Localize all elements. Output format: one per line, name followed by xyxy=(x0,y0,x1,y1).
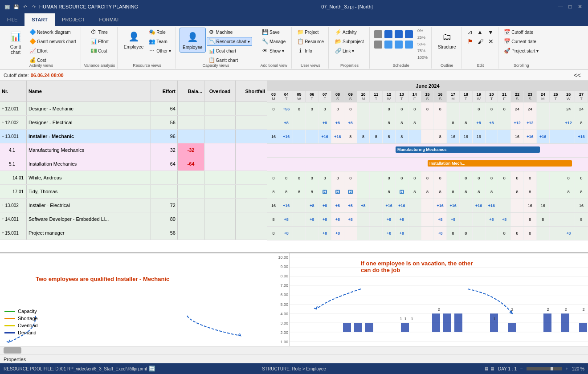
expand-icon[interactable]: + xyxy=(2,106,4,111)
effort-button[interactable]: 📈 Effort xyxy=(28,46,78,55)
additional-label: Additional view xyxy=(256,63,291,68)
refresh-icon[interactable]: 🔄 xyxy=(149,366,155,372)
scroll-thumb[interactable] xyxy=(4,347,21,354)
sort-down-button[interactable]: ▼ xyxy=(486,28,495,37)
gantt-cell: 8 xyxy=(267,227,280,240)
maximize-button[interactable]: □ xyxy=(566,2,575,11)
subproject-button[interactable]: 📂 Subproject xyxy=(333,37,366,46)
cutoff-date-scroll-button[interactable]: 📅 Cutoff date xyxy=(502,28,540,37)
gantt-date-cell: 27T xyxy=(575,91,588,102)
save-view-button[interactable]: 💾 Save xyxy=(260,28,287,37)
zoom-out-button[interactable]: − xyxy=(520,366,523,371)
tab-project[interactable]: PROJECT xyxy=(55,13,92,26)
machine-button[interactable]: ⚙ Machine xyxy=(207,28,253,37)
resource-chart-button[interactable]: 📉 Resource chart ▾ xyxy=(207,37,253,46)
table-row[interactable]: −13.001 Installer - Mechanic 96 xyxy=(0,130,267,143)
structure-label: STRUCTURE: Role > Employee xyxy=(262,366,326,371)
gantt-network-button[interactable]: 🔶 Gantt-network chart xyxy=(28,37,78,46)
show-button[interactable]: 👁 Show ▾ xyxy=(260,46,287,55)
redo-icon[interactable]: ↷ xyxy=(30,3,37,10)
gantt-date-cell: 15S xyxy=(421,91,434,102)
clear-button[interactable]: ✕ xyxy=(486,37,495,46)
employee-resource-button[interactable]: 👤 Employee xyxy=(121,28,146,52)
gantt-cell: 8 xyxy=(408,102,421,116)
table-row[interactable]: 4.1 Manufacturing Mechanics 32 -32 xyxy=(0,143,267,157)
scroll-area[interactable] xyxy=(0,346,588,354)
row-nr: 4.1 xyxy=(0,143,27,157)
employee-capacity-button[interactable]: 👤 Employee xyxy=(180,28,205,53)
filter-button[interactable]: ⊿ xyxy=(466,28,474,37)
team-button[interactable]: 👥 Team xyxy=(147,37,173,46)
gantt-cell: +8 xyxy=(344,116,357,130)
flag-button[interactable]: ⚑ xyxy=(466,37,475,46)
gantt-cell: +16 xyxy=(447,199,460,212)
info-button[interactable]: ℹ Info xyxy=(295,46,326,55)
edit-col: ⊿ ▲ ▼ ⚑ 🖌 ✕ xyxy=(466,28,496,46)
col-header-name: Name xyxy=(27,81,151,102)
row-effort: 64 xyxy=(151,157,178,171)
table-row[interactable]: +13.002 Installer - Electrical 72 xyxy=(0,199,267,212)
nav-back-button[interactable]: << xyxy=(574,72,581,79)
row-name: Installer - Electrical xyxy=(27,199,151,212)
link-button[interactable]: 🔗 Link ▾ xyxy=(333,46,366,55)
tab-format[interactable]: FORMAT xyxy=(92,13,127,26)
gantt-cell xyxy=(537,171,550,185)
table-row[interactable]: +12.001 Designer - Mechanic 64 xyxy=(0,102,267,116)
gantt-cell: 8 xyxy=(408,185,421,199)
network-diagram-button[interactable]: 🔷 Network diagram xyxy=(28,28,78,37)
legend-label-capacity: Capacity xyxy=(18,309,37,314)
expand-icon[interactable]: − xyxy=(2,134,4,138)
activity-prop-button[interactable]: ⚡ Activity xyxy=(333,28,366,37)
role-button[interactable]: 🎭 Role xyxy=(147,28,173,37)
minimize-button[interactable]: — xyxy=(556,2,565,11)
table-row[interactable]: 5.1 Installation Mechanics 64 -64 xyxy=(0,157,267,171)
gantt-cell: 8 xyxy=(344,102,357,116)
table-row[interactable]: 14.01 White, Andreas xyxy=(0,171,267,185)
table-row[interactable]: +12.002 Designer - Electrical 56 xyxy=(0,116,267,130)
variance-effort-button[interactable]: 📊 Effort xyxy=(89,37,110,46)
gantt-cell: +8 xyxy=(306,199,318,212)
expand-icon[interactable]: + xyxy=(2,217,4,221)
expand-icon[interactable]: + xyxy=(2,203,4,207)
gantt-cell: +16 xyxy=(331,130,344,143)
tab-file[interactable]: FILE xyxy=(0,13,24,26)
gantt-cell: 8 xyxy=(447,185,460,199)
cost-chart-button[interactable]: 📊 Cost chart xyxy=(207,46,253,55)
gantt-cell: 8 xyxy=(383,116,396,130)
zoom-in-button[interactable]: + xyxy=(566,366,568,371)
expand-icon[interactable]: + xyxy=(2,120,4,125)
table-row[interactable]: +14.001 Software Developer - Embedded Li… xyxy=(0,212,267,226)
structure-button[interactable]: 🗂 Structure xyxy=(435,28,459,52)
undo-icon[interactable]: ↶ xyxy=(21,3,29,10)
gantt-cell xyxy=(537,116,550,130)
quick-save-icon[interactable]: 💾 xyxy=(12,3,20,10)
gantt-body: 8+56888888888888824242424+8+8+8+888888+8… xyxy=(267,102,588,252)
gantt-date-cell: 04T xyxy=(280,91,293,102)
table-row[interactable]: +15.001 Project manager 56 xyxy=(0,226,267,240)
other-button[interactable]: ⋯ Other ▾ xyxy=(147,46,173,55)
table-row[interactable]: 17.01 Tidy, Thomas xyxy=(0,185,267,199)
project-button[interactable]: 📁 Project xyxy=(295,28,326,37)
variance-time-button[interactable]: ⏱ Time xyxy=(89,28,110,37)
project-start-button[interactable]: 🚀 Project start ▾ xyxy=(502,46,540,55)
manage-button[interactable]: 🔧 Manage xyxy=(260,37,287,46)
gantt-date-cell: 03M xyxy=(267,91,280,102)
gantt-cell: +16 xyxy=(473,199,486,212)
gantt-cell: 8 xyxy=(396,130,408,143)
expand-icon[interactable]: + xyxy=(2,231,4,235)
resource-button[interactable]: 📋 Resource xyxy=(295,37,326,46)
gantt-cell: +8 xyxy=(434,227,447,240)
close-button[interactable]: ✕ xyxy=(576,2,584,11)
gantt-chart-button[interactable]: 📊 Ganttchart xyxy=(4,28,27,57)
title-bar-controls: — □ ✕ xyxy=(556,2,584,11)
gantt-cell: 16 xyxy=(575,199,588,212)
tab-start[interactable]: START xyxy=(24,13,55,26)
properties-bar[interactable]: Properties xyxy=(0,354,588,364)
gantt-cell: 8 xyxy=(383,171,396,185)
current-date-button[interactable]: 📅 Current date xyxy=(502,37,540,46)
zoom-thumb[interactable] xyxy=(551,367,553,370)
variance-cost-button[interactable]: 💵 Cost xyxy=(89,46,110,55)
sort-up-button[interactable]: ▲ xyxy=(475,28,485,37)
gantt-cell xyxy=(550,213,563,226)
paint-button[interactable]: 🖌 xyxy=(476,37,486,46)
